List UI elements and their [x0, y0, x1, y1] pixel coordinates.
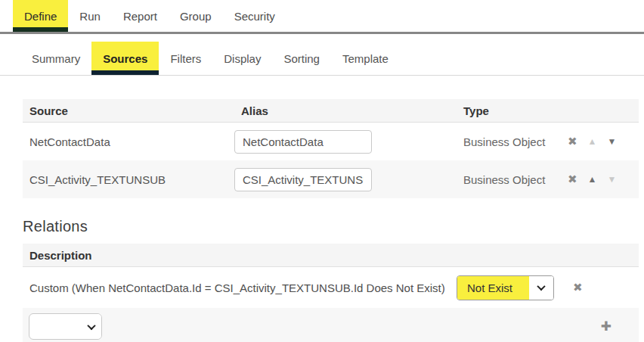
relation-type-value: Not Exist — [457, 276, 529, 300]
new-relation-value — [29, 314, 82, 339]
alias-input[interactable] — [234, 168, 372, 191]
tab-security[interactable]: Security — [223, 0, 286, 32]
tab-filters[interactable]: Filters — [159, 42, 212, 75]
primary-tab-divider — [0, 32, 644, 34]
delete-source-icon[interactable]: ✖ — [568, 135, 577, 148]
tab-define[interactable]: Define — [13, 0, 68, 32]
move-up-icon: ▲ — [588, 136, 597, 147]
secondary-tab-bar: Summary Sources Filters Display Sorting … — [0, 42, 644, 75]
tab-report[interactable]: Report — [112, 0, 169, 32]
relations-description-header: Description — [23, 244, 639, 267]
tab-sources[interactable]: Sources — [91, 42, 159, 75]
source-type: Business Object — [457, 173, 565, 186]
relation-description: Custom (When NetContactData.Id = CSI_Act… — [23, 281, 457, 294]
relation-row: Custom (When NetContactData.Id = CSI_Act… — [23, 267, 639, 308]
add-relation-bar: ✚ — [23, 308, 639, 342]
move-up-icon[interactable]: ▲ — [588, 174, 597, 185]
chevron-down-icon — [529, 276, 553, 300]
tab-group[interactable]: Group — [169, 0, 223, 32]
move-down-icon[interactable]: ▼ — [607, 136, 616, 147]
add-relation-icon[interactable]: ✚ — [601, 319, 611, 334]
chevron-down-icon — [82, 314, 101, 339]
secondary-tab-divider — [0, 75, 644, 76]
sources-table-header: Source Alias Type — [23, 99, 639, 123]
tab-run[interactable]: Run — [68, 0, 112, 32]
tab-display[interactable]: Display — [212, 42, 272, 75]
primary-tab-bar: Define Run Report Group Security — [0, 0, 644, 32]
new-relation-select[interactable] — [29, 313, 102, 340]
table-row: NetContactData Business Object ✖ ▲ ▼ — [23, 123, 639, 160]
source-name: NetContactData — [23, 135, 234, 148]
relations-heading: Relations — [23, 209, 639, 244]
source-name: CSI_Activity_TEXTUNSUB — [23, 173, 234, 186]
source-type: Business Object — [457, 135, 565, 148]
tab-sorting[interactable]: Sorting — [272, 42, 331, 75]
tab-template[interactable]: Template — [331, 42, 400, 75]
column-header-type: Type — [457, 104, 565, 117]
alias-input[interactable] — [234, 130, 372, 154]
column-header-alias: Alias — [234, 104, 457, 117]
table-row: CSI_Activity_TEXTUNSUB Business Object ✖… — [23, 160, 639, 198]
relation-type-select[interactable]: Not Exist — [457, 275, 554, 300]
tab-summary[interactable]: Summary — [20, 42, 91, 75]
column-header-source: Source — [23, 104, 234, 117]
move-down-icon: ▼ — [607, 174, 616, 185]
delete-relation-icon[interactable]: ✖ — [573, 281, 583, 294]
delete-source-icon[interactable]: ✖ — [568, 173, 577, 186]
